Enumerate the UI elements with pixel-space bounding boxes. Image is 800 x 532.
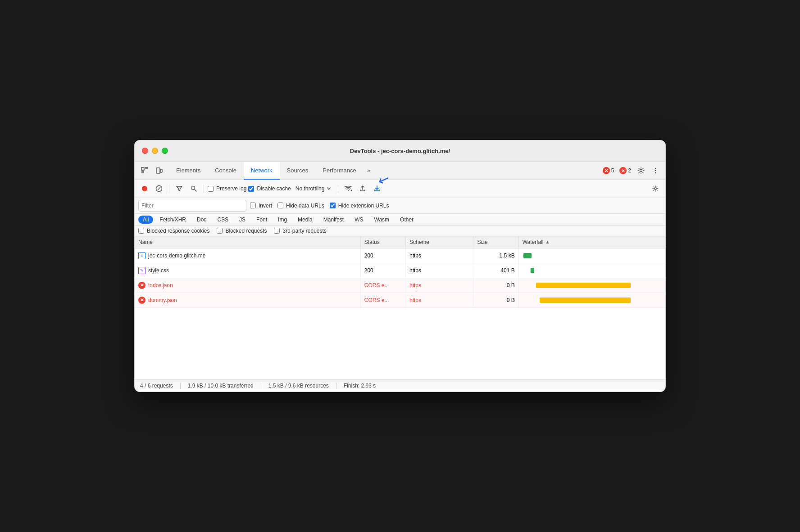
row-status: CORS e...	[360, 293, 405, 307]
type-btn-fetch-xhr[interactable]: Fetch/XHR	[155, 216, 191, 224]
row-scheme: https	[406, 248, 473, 263]
doc-icon: ≡	[138, 252, 145, 259]
filter-input-wrap	[138, 200, 246, 212]
row-waterfall	[518, 248, 665, 263]
status-finish: Finish: 2.93 s	[344, 383, 383, 389]
type-btn-ws[interactable]: WS	[350, 216, 368, 224]
devtools-window: DevTools - jec-cors-demo.glitch.me/	[134, 140, 666, 392]
network-table: Name Status Scheme Size	[135, 236, 665, 380]
network-settings-icon[interactable]	[649, 182, 662, 195]
type-btn-css[interactable]: CSS	[213, 216, 233, 224]
toolbar-sep-3	[338, 184, 338, 193]
svg-point-11	[655, 172, 656, 173]
error-count-2: 2	[628, 167, 631, 174]
status-requests: 4 / 6 requests	[140, 383, 181, 389]
tab-elements[interactable]: Elements	[169, 162, 208, 180]
col-header-waterfall[interactable]: Waterfall ▲	[518, 236, 665, 248]
row-size: 1.5 kB	[473, 248, 518, 263]
invert-checkbox[interactable]: Invert	[250, 203, 272, 209]
waterfall-bar	[540, 298, 631, 303]
tab-bar: Elements Console Network Sources Perform…	[135, 162, 665, 180]
waterfall-bar	[531, 268, 534, 273]
network-toolbar: Preserve log Disable cache No throttling	[135, 180, 665, 198]
svg-point-8	[640, 170, 642, 172]
type-btn-js[interactable]: JS	[235, 216, 250, 224]
type-btn-doc[interactable]: Doc	[192, 216, 211, 224]
type-btn-font[interactable]: Font	[252, 216, 272, 224]
inspect-icon[interactable]	[138, 164, 151, 177]
export-button-wrapper: ↙	[371, 182, 383, 195]
row-name-cell: ≡ jec-cors-demo.glitch.me	[135, 248, 360, 263]
svg-line-14	[158, 187, 160, 190]
type-btn-img[interactable]: Img	[273, 216, 291, 224]
close-button[interactable]	[142, 148, 148, 154]
waterfall-bar	[523, 253, 532, 258]
hide-data-urls-checkbox[interactable]: Hide data URLs	[277, 203, 324, 209]
waterfall-bar	[536, 283, 631, 288]
table-row[interactable]: ✕ todos.json CORS e... https 0 B	[135, 278, 665, 293]
tab-console[interactable]: Console	[208, 162, 244, 180]
tab-performance[interactable]: Performance	[315, 162, 363, 180]
device-toggle-icon[interactable]	[153, 164, 165, 177]
col-header-size[interactable]: Size	[473, 236, 518, 248]
third-party-checkbox[interactable]: 3rd-party requests	[274, 228, 326, 234]
type-btn-wasm[interactable]: Wasm	[370, 216, 394, 224]
settings-icon[interactable]	[635, 164, 647, 177]
disable-cache-checkbox[interactable]: Disable cache	[248, 185, 291, 192]
window-title: DevTools - jec-cors-demo.glitch.me/	[350, 148, 450, 154]
svg-point-10	[655, 170, 656, 171]
col-header-name[interactable]: Name	[135, 236, 360, 248]
table-row[interactable]: ✎ style.css 200 https 401 B	[135, 263, 665, 278]
network-conditions-icon[interactable]	[342, 182, 355, 195]
error-count-1: 5	[611, 167, 614, 174]
blocked-requests-checkbox[interactable]: Blocked requests	[217, 228, 267, 234]
row-size: 401 B	[473, 263, 518, 278]
filter-input[interactable]	[141, 203, 243, 209]
row-scheme: https	[406, 293, 473, 307]
throttle-select[interactable]: No throttling	[293, 185, 335, 193]
tab-network[interactable]: Network	[244, 162, 280, 180]
tab-sources[interactable]: Sources	[280, 162, 316, 180]
minimize-button[interactable]	[152, 148, 158, 154]
maximize-button[interactable]	[162, 148, 168, 154]
svg-point-15	[191, 186, 195, 190]
row-name-cell: ✕ todos.json	[135, 278, 360, 293]
filter-button[interactable]	[173, 182, 186, 195]
table-row[interactable]: ✕ dummy.json CORS e... https 0 B	[135, 293, 665, 307]
record-button[interactable]	[138, 182, 151, 195]
type-btn-media[interactable]: Media	[293, 216, 317, 224]
error-badge-2[interactable]: ✕ 2	[618, 166, 633, 175]
tab-overflow[interactable]: »	[364, 162, 374, 180]
preserve-log-checkbox[interactable]: Preserve log	[208, 185, 246, 192]
search-button[interactable]	[187, 182, 200, 195]
col-header-scheme[interactable]: Scheme	[406, 236, 473, 248]
hide-extension-urls-checkbox[interactable]: Hide extension URLs	[330, 203, 389, 209]
row-name: todos.json	[148, 282, 173, 289]
row-waterfall	[518, 293, 665, 307]
row-waterfall	[518, 263, 665, 278]
type-btn-manifest[interactable]: Manifest	[319, 216, 348, 224]
blocked-cookies-checkbox[interactable]: Blocked response cookies	[138, 228, 209, 234]
status-transferred: 1.9 kB / 10.0 kB transferred	[188, 383, 261, 389]
type-btn-all[interactable]: All	[138, 216, 153, 224]
table-row[interactable]: ≡ jec-cors-demo.glitch.me 200 https 1.5 …	[135, 248, 665, 263]
type-btn-other[interactable]: Other	[395, 216, 418, 224]
sort-arrow: ▲	[545, 239, 550, 244]
svg-point-9	[655, 168, 656, 169]
error-badge-1[interactable]: ✕ 5	[601, 166, 616, 175]
traffic-lights	[142, 148, 168, 154]
tab-bar-right: ✕ 5 ✕ 2	[601, 164, 662, 177]
import-button[interactable]	[356, 182, 369, 195]
row-name: jec-cors-demo.glitch.me	[148, 252, 205, 259]
col-header-status[interactable]: Status	[360, 236, 405, 248]
more-icon[interactable]	[649, 164, 662, 177]
row-size: 0 B	[473, 278, 518, 293]
row-name-cell: ✕ dummy.json	[135, 293, 360, 307]
svg-point-12	[142, 186, 147, 191]
export-button[interactable]	[371, 182, 383, 195]
clear-button[interactable]	[153, 182, 165, 195]
empty-row	[135, 307, 665, 379]
network-table-container: Name Status Scheme Size	[135, 236, 665, 380]
svg-point-19	[655, 188, 656, 189]
css-icon: ✎	[138, 267, 145, 274]
